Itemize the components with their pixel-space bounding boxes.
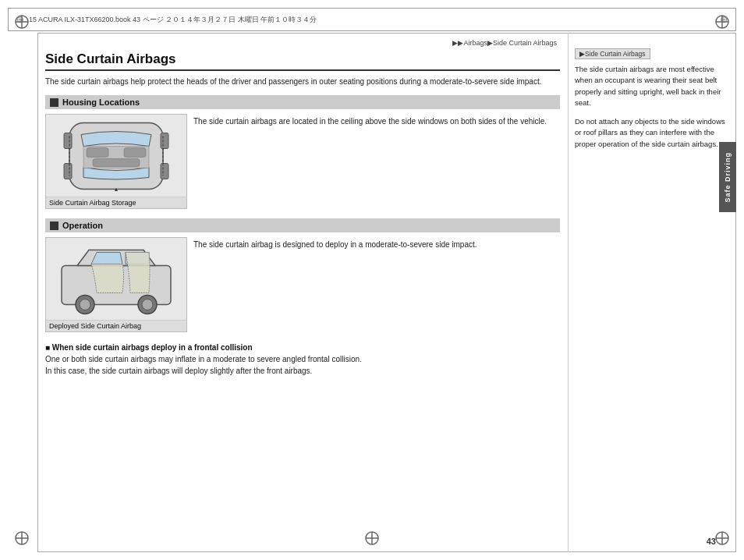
- sidebar-text2: Do not attach any objects to the side wi…: [575, 116, 730, 150]
- section1-caption: Side Curtain Airbag Storage: [46, 197, 186, 208]
- section1-content: ▲ Side Curtain Airbag Storage The side c…: [45, 114, 560, 209]
- section2-caption: Deployed Side Curtain Airbag: [46, 320, 186, 331]
- section1-header: Housing Locations: [45, 95, 560, 109]
- file-info-text: 15 ACURA ILX-31TX66200.book 43 ページ ２０１４年…: [29, 15, 317, 25]
- svg-rect-17: [87, 147, 108, 157]
- section1-image: ▲: [46, 115, 186, 197]
- svg-rect-19: [93, 158, 140, 166]
- bottom-note-title: ■ When side curtain airbags deploy in a …: [45, 343, 560, 352]
- svg-rect-18: [124, 147, 146, 157]
- svg-rect-23: [161, 163, 168, 179]
- reg-mark-tr: [714, 14, 730, 30]
- section2-icon: [50, 222, 58, 230]
- page-number: 43: [707, 537, 716, 546]
- bottom-note-text1: One or both side curtain airbags may inf…: [45, 353, 560, 365]
- intro-text: The side curtain airbags help protect th…: [45, 76, 560, 87]
- svg-point-30: [80, 299, 90, 310]
- left-content: ▶▶Airbags▶Side Curtain Airbags Side Curt…: [37, 33, 569, 552]
- top-file-bar: ⊕ 15 ACURA ILX-31TX66200.book 43 ページ ２０１…: [8, 8, 736, 31]
- sidebar-label: ▶Side Curtain Airbags: [575, 48, 650, 59]
- bottom-note: ■ When side curtain airbags deploy in a …: [45, 343, 560, 377]
- svg-rect-21: [161, 133, 168, 148]
- section2-text: The side curtain airbag is designed to d…: [193, 237, 560, 332]
- safe-driving-tab: Safe Driving: [719, 142, 736, 212]
- svg-rect-20: [64, 133, 72, 148]
- safe-driving-tab-text: Safe Driving: [724, 152, 732, 203]
- section1-image-container: ▲ Side Curtain Airbag Storage: [45, 114, 187, 209]
- section2-header-text: Operation: [62, 221, 103, 230]
- right-sidebar: ▶Side Curtain Airbags The side curtain a…: [569, 33, 736, 552]
- reg-mark-tl: [14, 14, 30, 30]
- section2-content: Deployed Side Curtain Airbag The side cu…: [45, 237, 560, 332]
- section2-image-container: Deployed Side Curtain Airbag: [45, 237, 187, 332]
- section1-text: The side curtain airbags are located in …: [193, 114, 560, 209]
- breadcrumb: ▶▶Airbags▶Side Curtain Airbags: [45, 39, 560, 47]
- sidebar-label-text: ▶Side Curtain Airbags: [579, 50, 646, 58]
- svg-point-32: [142, 299, 153, 310]
- page-title: Side Curtain Airbags: [45, 51, 560, 71]
- reg-mark-bl: [14, 530, 30, 546]
- car-deployed-svg: [54, 240, 179, 318]
- section2-image: [46, 238, 186, 320]
- section1-icon: [50, 98, 58, 107]
- svg-rect-22: [64, 163, 72, 179]
- car-storage-svg: ▲: [54, 117, 179, 195]
- section1-header-text: Housing Locations: [62, 97, 140, 107]
- section2-header: Operation: [45, 218, 560, 232]
- sidebar-text1: The side curtain airbags are most effect…: [575, 64, 730, 108]
- bottom-note-text2: In this case, the side curtain airbags w…: [45, 365, 560, 377]
- page-layout: ▶▶Airbags▶Side Curtain Airbags Side Curt…: [37, 33, 736, 552]
- content-row: ▶▶Airbags▶Side Curtain Airbags Side Curt…: [37, 33, 736, 552]
- svg-text:▲: ▲: [114, 186, 119, 191]
